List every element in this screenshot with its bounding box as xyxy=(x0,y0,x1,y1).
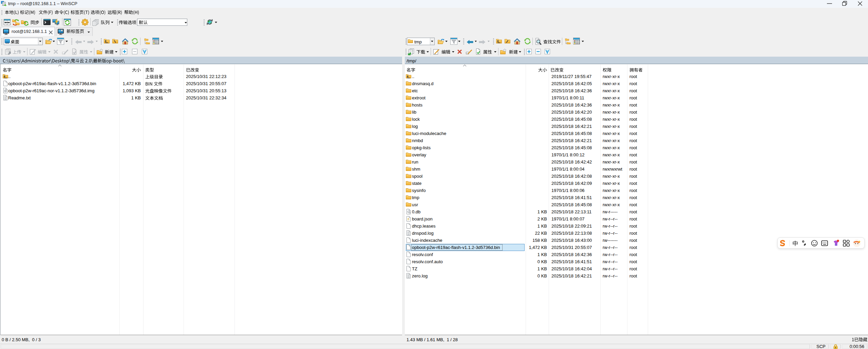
svg-text:x: x xyxy=(63,52,64,54)
svg-text:x: x xyxy=(467,52,468,54)
svg-text:0: 0 xyxy=(408,218,409,221)
